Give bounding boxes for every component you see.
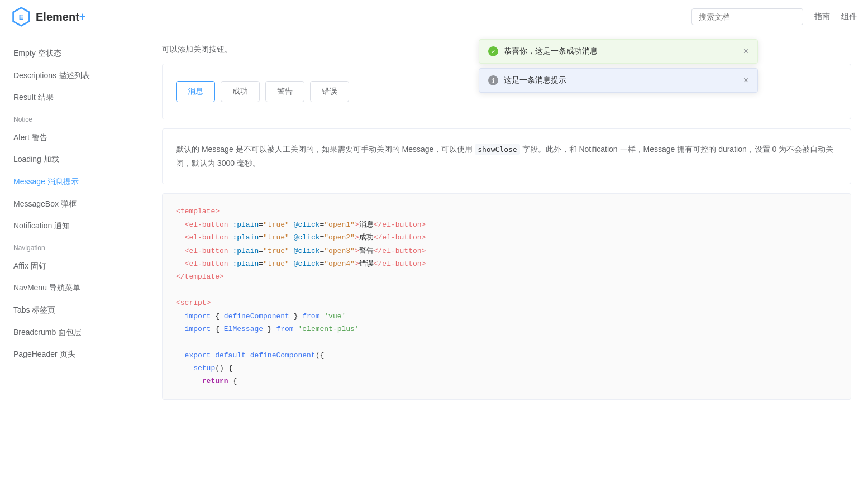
code-line-export: export default defineComponent({	[176, 349, 837, 362]
description-text: 默认的 Message 是不可以被人工关闭的，如果需要可手动关闭的 Messag…	[176, 145, 833, 167]
code-line-return: return {	[176, 375, 837, 387]
sidebar-item-breadcrumb[interactable]: Breadcrumb 面包层	[0, 322, 145, 344]
btn-error[interactable]: 错误	[310, 81, 349, 102]
sidebar-item-alert[interactable]: Alert 警告	[0, 127, 145, 149]
notification-info: ℹ 这是一条消息提示 ×	[479, 68, 758, 93]
code-line-blank2	[176, 336, 837, 348]
header-right: 指南 组件	[691, 8, 857, 25]
btn-success[interactable]: 成功	[221, 81, 260, 102]
code-line-3: <el-button :plain="true" @click="open2">…	[176, 231, 837, 244]
success-icon: ✓	[488, 46, 498, 56]
sidebar-item-message[interactable]: Message 消息提示	[0, 171, 145, 193]
sidebar-item-notification[interactable]: Notification 通知	[0, 215, 145, 237]
btn-warning[interactable]: 警告	[265, 81, 304, 102]
code-line-2: <el-button :plain="true" @click="open1">…	[176, 218, 837, 231]
sidebar-item-pageheader[interactable]: PageHeader 页头	[0, 343, 145, 366]
notification-info-text: 这是一条消息提示	[504, 75, 738, 85]
layout: Empty 空状态 Descriptions 描述列表 Result 结果 No…	[0, 33, 868, 479]
notification-success-text: 恭喜你，这是一条成功消息	[504, 46, 738, 56]
notification-info-close[interactable]: ×	[743, 75, 748, 85]
sidebar-section-notice: Notice	[0, 109, 145, 127]
code-line-import1: import { defineComponent } from 'vue'	[176, 310, 837, 323]
main-content: ✓ 恭喜你，这是一条成功消息 × ℹ 这是一条消息提示 × 可以添加关闭按钮。 …	[145, 33, 868, 479]
logo[interactable]: E Element+	[11, 7, 86, 27]
logo-text: Element+	[36, 9, 86, 24]
code-block: <template> <el-button :plain="true" @cli…	[162, 193, 851, 399]
info-icon: ℹ	[488, 75, 498, 85]
notifications-overlay: ✓ 恭喜你，这是一条成功消息 × ℹ 这是一条消息提示 ×	[479, 39, 758, 93]
code-showclose: showClose	[475, 144, 519, 155]
sidebar: Empty 空状态 Descriptions 描述列表 Result 结果 No…	[0, 33, 145, 479]
sidebar-item-navmenu[interactable]: NavMenu 导航菜单	[0, 277, 145, 299]
sidebar-item-result[interactable]: Result 结果	[0, 87, 145, 109]
sidebar-item-loading[interactable]: Loading 加载	[0, 149, 145, 171]
notification-success-close[interactable]: ×	[743, 46, 748, 56]
description-box: 默认的 Message 是不可以被人工关闭的，如果需要可手动关闭的 Messag…	[162, 128, 851, 184]
search-input[interactable]	[691, 8, 803, 25]
sidebar-item-empty[interactable]: Empty 空状态	[0, 42, 145, 65]
nav-components[interactable]: 组件	[841, 12, 857, 22]
code-line-1: <template>	[176, 205, 837, 218]
sidebar-item-affix[interactable]: Affix 固钉	[0, 255, 145, 277]
code-line-6: </template>	[176, 270, 837, 283]
code-line-5: <el-button :plain="true" @click="open4">…	[176, 257, 837, 270]
svg-text:E: E	[19, 13, 23, 21]
header: E Element+ 指南 组件	[0, 0, 868, 33]
sidebar-section-navigation: Navigation	[0, 237, 145, 255]
logo-icon: E	[11, 7, 31, 27]
sidebar-item-tabs[interactable]: Tabs 标签页	[0, 299, 145, 322]
code-line-blank1	[176, 284, 837, 296]
code-line-script: <script>	[176, 296, 837, 309]
nav-guide[interactable]: 指南	[814, 12, 830, 22]
sidebar-item-messagebox[interactable]: MessageBox 弹框	[0, 193, 145, 215]
button-group: 消息 成功 警告 错误	[176, 81, 349, 102]
code-line-import2: import { ElMessage } from 'element-plus'	[176, 323, 837, 336]
code-line-4: <el-button :plain="true" @click="open3">…	[176, 245, 837, 257]
sidebar-item-descriptions[interactable]: Descriptions 描述列表	[0, 65, 145, 87]
code-line-setup: setup() {	[176, 362, 837, 375]
btn-message[interactable]: 消息	[176, 81, 215, 102]
notification-success: ✓ 恭喜你，这是一条成功消息 ×	[479, 39, 758, 64]
